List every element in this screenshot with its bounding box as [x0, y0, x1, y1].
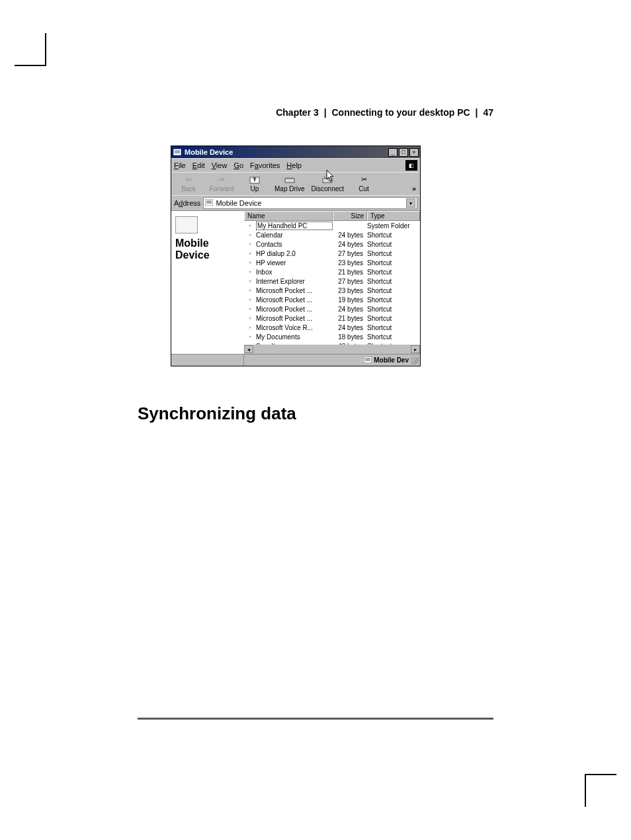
file-name: Microsoft Pocket ... — [256, 296, 333, 304]
table-row[interactable]: ▫Microsoft Pocket ...24 bytesShortcut — [244, 304, 420, 314]
file-name: Inbox — [256, 269, 333, 276]
menu-favorites[interactable]: Favorites — [250, 161, 280, 169]
table-row[interactable]: ▫HP viewer23 bytesShortcut — [244, 258, 420, 267]
info-panel: Mobile Device MobileDevice — [171, 211, 244, 354]
file-type: Shortcut — [367, 333, 420, 341]
document-icon: ▫ — [245, 240, 255, 248]
device-icon — [364, 357, 372, 364]
table-row[interactable]: ▫My Documents18 bytesShortcut — [244, 332, 420, 341]
content-area: Mobile Device MobileDevice Name Size Typ… — [171, 210, 420, 354]
list-header: Name Size Type — [244, 211, 420, 221]
svg-rect-7 — [206, 200, 212, 204]
page-header: Chapter 3 | Connecting to your desktop P… — [276, 107, 493, 118]
table-row[interactable]: ▫Microsoft Pocket ...19 bytesShortcut — [244, 295, 420, 304]
back-button[interactable]: ⇦ Back — [175, 174, 202, 192]
file-type: Shortcut — [367, 231, 420, 239]
menu-go[interactable]: Go — [233, 161, 243, 169]
file-type: Shortcut — [367, 278, 420, 285]
window-title: Mobile Device — [185, 148, 388, 156]
scroll-right-button[interactable]: ▸ — [411, 345, 420, 353]
separator: | — [324, 107, 327, 118]
status-right: Mobile Dev — [362, 355, 420, 366]
file-name: Contacts — [256, 241, 333, 248]
file-type: Shortcut — [367, 315, 420, 322]
file-size: 27 bytes — [333, 278, 367, 285]
forward-button[interactable]: ⇨ Forward — [208, 174, 235, 192]
chapter-label: Chapter 3 — [276, 107, 319, 118]
file-name: Microsoft Voice R... — [256, 324, 333, 331]
table-row[interactable]: ▫Microsoft Pocket ...21 bytesShortcut — [244, 314, 420, 323]
column-size[interactable]: Size — [333, 211, 367, 221]
file-type: System Folder — [367, 222, 420, 230]
status-bar: Mobile Dev — [171, 354, 420, 366]
file-size: 18 bytes — [333, 333, 367, 341]
section-heading: Synchronizing data — [138, 403, 296, 424]
table-row[interactable]: ▫Microsoft Voice R...24 bytesShortcut — [244, 323, 420, 332]
menu-view[interactable]: View — [212, 161, 228, 169]
table-row[interactable]: ▫Contacts24 bytesShortcut — [244, 239, 420, 249]
file-size: 23 bytes — [333, 259, 367, 267]
table-row[interactable]: ▫HP dialup 2.027 bytesShortcut — [244, 249, 420, 258]
table-row[interactable]: ▫Microsoft Pocket ...23 bytesShortcut — [244, 286, 420, 295]
h-scrollbar[interactable]: ◂ ▸ — [244, 345, 420, 354]
titlebar[interactable]: Mobile Device _ □ × — [171, 146, 420, 158]
scroll-left-button[interactable]: ◂ — [244, 345, 253, 353]
disconnect-icon — [321, 174, 333, 185]
cut-button[interactable]: ✂ Cut — [351, 174, 377, 192]
file-size: 24 bytes — [333, 241, 367, 248]
crop-mark — [45, 33, 46, 65]
dropdown-button[interactable]: ▾ — [406, 198, 415, 208]
table-row[interactable]: ▫My Handheld PCSystem Folder — [244, 221, 420, 230]
maximize-button[interactable]: □ — [399, 148, 408, 157]
file-type: Shortcut — [367, 287, 420, 294]
resize-grip[interactable] — [411, 357, 419, 364]
excel-icon: ▫ — [245, 296, 255, 304]
crop-mark — [15, 65, 46, 66]
file-size: 23 bytes — [333, 287, 367, 294]
crop-mark — [585, 774, 616, 775]
table-row[interactable]: ▫Inbox21 bytesShortcut — [244, 267, 420, 276]
menu-help[interactable]: Help — [286, 161, 302, 169]
disconnect-button[interactable]: Disconnect — [312, 174, 344, 192]
menu-file[interactable]: File — [174, 161, 186, 169]
close-button[interactable]: × — [409, 148, 419, 157]
file-type: Shortcut — [367, 296, 420, 304]
scissors-icon: ✂ — [358, 174, 370, 185]
table-row[interactable]: ▫Internet Explorer27 bytesShortcut — [244, 276, 420, 286]
folder-shortcut-icon: ▫ — [245, 333, 255, 341]
shortcut-icon: ▫ — [245, 277, 255, 285]
panel-title: Mobile Device MobileDevice — [175, 237, 240, 261]
map-drive-icon — [284, 174, 296, 185]
page-number: 47 — [483, 107, 493, 118]
chapter-title: Connecting to your desktop PC — [331, 107, 470, 118]
column-type[interactable]: Type — [367, 211, 420, 221]
brand-logo: ◧ — [405, 160, 417, 171]
status-text: Mobile Dev — [374, 357, 409, 364]
shortcut-icon: ▫ — [245, 249, 255, 257]
column-name[interactable]: Name — [244, 211, 333, 221]
file-type: Shortcut — [367, 306, 420, 313]
map-drive-button[interactable]: Map Drive — [274, 174, 305, 192]
menu-bar: File Edit View Go Favorites Help ◧ — [171, 158, 420, 172]
device-icon — [205, 199, 213, 207]
file-type: Shortcut — [367, 241, 420, 248]
separator: | — [476, 107, 478, 118]
up-button[interactable]: Up — [241, 174, 268, 192]
file-size: 27 bytes — [333, 250, 367, 257]
toolbar-overflow[interactable]: » — [412, 185, 416, 192]
minimize-button[interactable]: _ — [388, 148, 398, 157]
table-row[interactable]: ▫Calendar24 bytesShortcut — [244, 230, 420, 239]
file-size: 24 bytes — [333, 306, 367, 313]
screenshot-figure: Mobile Device _ □ × File Edit View Go Fa… — [171, 146, 421, 366]
explorer-window: Mobile Device _ □ × File Edit View Go Fa… — [171, 146, 421, 366]
footer-rule — [138, 718, 493, 720]
status-left — [171, 355, 244, 366]
app-icon — [173, 148, 182, 156]
file-list-area: Name Size Type ▫My Handheld PCSystem Fol… — [244, 211, 420, 354]
status-mid — [244, 355, 362, 366]
address-combo[interactable]: Mobile Device ▾ — [203, 197, 417, 209]
svg-rect-9 — [365, 358, 370, 361]
menu-edit[interactable]: Edit — [192, 161, 205, 169]
file-type: Shortcut — [367, 250, 420, 257]
mail-icon: ▫ — [245, 268, 255, 276]
